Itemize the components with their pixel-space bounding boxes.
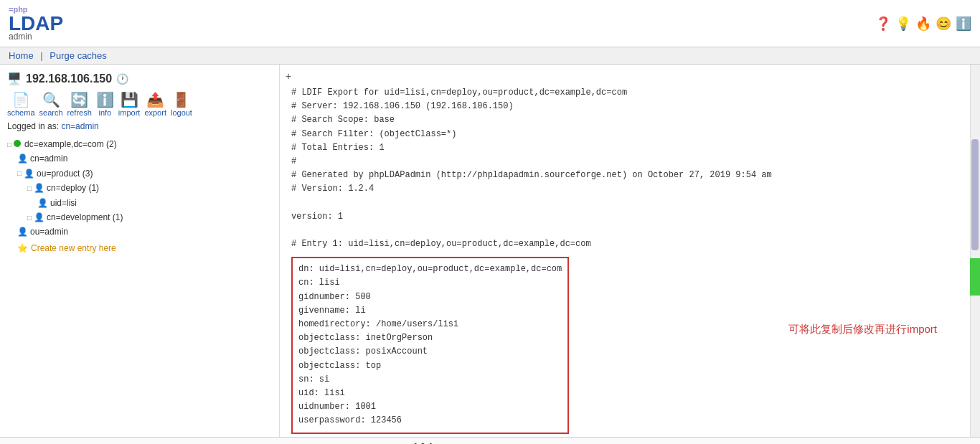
clock-icon: 🕐 xyxy=(116,73,128,85)
logout-icon: 🚪 xyxy=(172,91,190,108)
logout-button[interactable]: 🚪 logout xyxy=(171,91,192,117)
tree-label-cn-admin: cn=admin xyxy=(30,151,67,166)
import-icon: 💾 xyxy=(121,91,138,108)
help-icon[interactable]: ❓ xyxy=(875,16,891,32)
logout-label: logout xyxy=(171,108,192,117)
tree-label-dc-example: dc=example,dc=com (2) xyxy=(24,137,117,151)
expand-icon-dev: □ xyxy=(27,212,32,224)
person-icon-ou-admin: 👤 xyxy=(17,225,28,239)
schema-button[interactable]: 📄 schema xyxy=(7,91,35,117)
ldif-header-text: # LDIF Export for uid=lisi,cn=deploy,ou=… xyxy=(291,86,969,251)
star-icon: ⭐ xyxy=(17,241,28,255)
scrollbar-thumb[interactable] xyxy=(971,139,979,251)
logged-in-status: Logged in as: cn=admin xyxy=(7,121,272,131)
logged-in-user: cn=admin xyxy=(61,121,98,131)
expand-button[interactable]: + xyxy=(286,70,291,82)
info-button[interactable]: ℹ️ info xyxy=(96,91,114,117)
tree-node-cn-development[interactable]: □ 👤 cn=development (1) xyxy=(27,210,272,225)
person-icon-lisi: 👤 xyxy=(37,196,48,210)
person-icon-admin: 👤 xyxy=(17,151,28,166)
tree-label-cn-development: cn=development (1) xyxy=(47,210,123,225)
export-label: export xyxy=(144,108,166,117)
export-icon: 📤 xyxy=(146,91,164,108)
fire-icon[interactable]: 🔥 xyxy=(915,16,931,32)
tree-label-uid-lisi: uid=lisi xyxy=(50,196,77,210)
tree-node-ou-product[interactable]: □ 👤 ou=product (3) xyxy=(17,166,272,181)
footer: 1.2.4 https://blog.csdn.net/weixin_43257… xyxy=(0,437,980,444)
person-icon-deploy: 👤 xyxy=(34,181,44,195)
tree-label-ou-product: ou=product (3) xyxy=(37,166,93,181)
tree-node-cn-deploy[interactable]: □ 👤 cn=deploy (1) xyxy=(27,181,272,195)
import-label: import xyxy=(118,108,141,117)
expand-icon-deploy: □ xyxy=(27,182,32,194)
schema-label: schema xyxy=(7,108,35,117)
info-icon[interactable]: ℹ️ xyxy=(956,16,971,32)
server-ip: 192.168.106.150 xyxy=(26,72,112,85)
logo-ldap: LDAP xyxy=(9,14,63,34)
scrollbar-track[interactable] xyxy=(970,65,980,437)
tree-node-dc-example[interactable]: □ dc=example,dc=com (2) xyxy=(7,137,272,151)
expand-icon-dc: □ xyxy=(7,138,11,151)
create-entry-label: Create new entry here xyxy=(31,241,116,255)
logo: =php LDAP admin xyxy=(9,6,63,41)
ldif-content: # LDIF Export for uid=lisi,cn=deploy,ou=… xyxy=(291,86,969,434)
person-icon-dev: 👤 xyxy=(34,210,44,225)
main-layout: 🖥️ 192.168.106.150 🕐 📄 schema 🔍 search 🔄… xyxy=(0,65,980,437)
refresh-label: refresh xyxy=(67,108,92,117)
logo-admin: admin xyxy=(9,32,63,41)
header-icons: ❓ 💡 🔥 😊 ℹ️ xyxy=(875,16,971,32)
tree-node-cn-admin[interactable]: 👤 cn=admin xyxy=(17,151,272,166)
smiley-icon[interactable]: 😊 xyxy=(936,16,951,32)
schema-icon: 📄 xyxy=(12,91,30,108)
refresh-icon: 🔄 xyxy=(70,91,88,108)
toolbar: 📄 schema 🔍 search 🔄 refresh ℹ️ info 💾 im… xyxy=(7,91,272,117)
ldif-entry-box: dn: uid=lisi,cn=deploy,ou=product,dc=exa… xyxy=(291,257,569,433)
monitor-icon: 🖥️ xyxy=(7,72,22,85)
home-link[interactable]: Home xyxy=(9,50,34,61)
dot-icon-dc xyxy=(14,137,22,151)
tree-node-uid-lisi[interactable]: 👤 uid=lisi xyxy=(37,196,272,210)
search-icon: 🔍 xyxy=(42,91,60,108)
refresh-button[interactable]: 🔄 refresh xyxy=(67,91,92,117)
nav-separator: | xyxy=(40,50,42,61)
annotation-text: 可将此复制后修改再进行import xyxy=(788,323,937,336)
scrollbar-indicator xyxy=(970,258,980,296)
info-toolbar-icon: ℹ️ xyxy=(96,91,114,108)
lightbulb-icon[interactable]: 💡 xyxy=(895,16,911,32)
server-header: 🖥️ 192.168.106.150 🕐 xyxy=(7,72,272,85)
sidebar: 🖥️ 192.168.106.150 🕐 📄 schema 🔍 search 🔄… xyxy=(0,65,280,437)
directory-tree: □ dc=example,dc=com (2) 👤 cn=admin □ 👤 o… xyxy=(7,137,272,255)
tree-label-cn-deploy: cn=deploy (1) xyxy=(47,181,99,195)
search-label: search xyxy=(39,108,63,117)
person-icon-product: 👤 xyxy=(24,166,34,181)
info-label: info xyxy=(98,108,111,117)
create-entry-link[interactable]: ⭐ Create new entry here xyxy=(17,241,272,255)
expand-icon-product: □ xyxy=(17,167,22,179)
import-button[interactable]: 💾 import xyxy=(118,91,141,117)
export-button[interactable]: 📤 export xyxy=(144,91,166,117)
purge-caches-link[interactable]: Purge caches xyxy=(50,50,107,61)
search-button[interactable]: 🔍 search xyxy=(39,91,63,117)
content-area: + # LDIF Export for uid=lisi,cn=deploy,o… xyxy=(280,65,980,437)
header: =php LDAP admin ❓ 💡 🔥 😊 ℹ️ xyxy=(0,0,980,47)
navbar: Home | Purge caches xyxy=(0,47,980,65)
tree-label-ou-admin: ou=admin xyxy=(30,225,68,239)
tree-node-ou-admin[interactable]: 👤 ou=admin xyxy=(17,225,272,239)
